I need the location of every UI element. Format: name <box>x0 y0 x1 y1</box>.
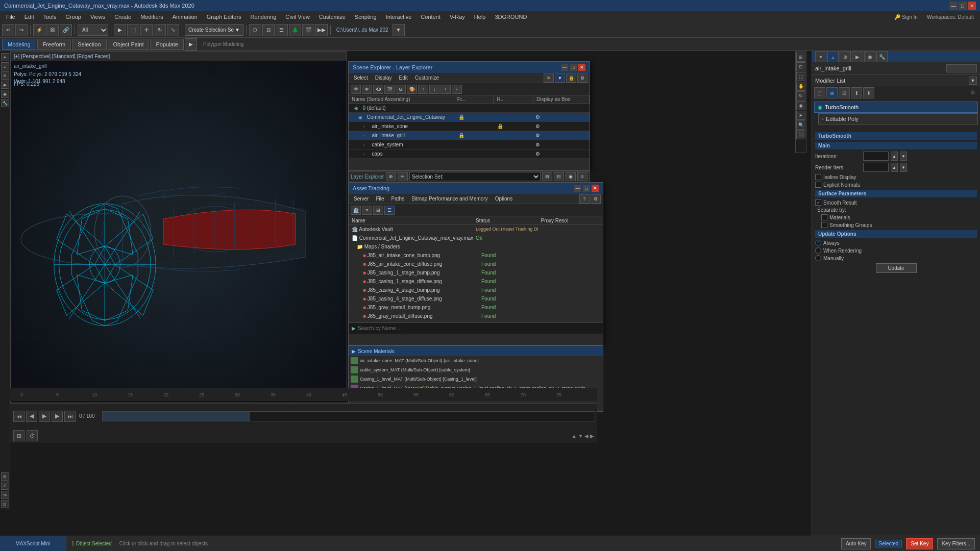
create-icon[interactable]: ✦ <box>815 51 826 62</box>
asset-row-tex-3[interactable]: ■ J85_casing_1_stage_bump.png Found <box>349 268 603 277</box>
tree-row-caps[interactable]: ◦ caps ⚙ <box>349 149 590 159</box>
nav-zoom-region[interactable]: ⬚ <box>796 72 805 81</box>
signin-button[interactable]: 🔑 Sign In <box>890 14 922 20</box>
se-menu-display[interactable]: Display <box>372 74 395 82</box>
asset-row-vault[interactable]: 🏦 Autodesk Vault Logged Out (Asset Track… <box>349 225 603 234</box>
se-menu-customize[interactable]: Customize <box>412 74 442 82</box>
se-sort-asc[interactable]: ↑ <box>418 85 428 94</box>
at-detail-btn[interactable]: ☰ <box>384 206 395 215</box>
menu-create[interactable]: Create <box>110 13 135 21</box>
tree-row-casing-level[interactable]: ◦ Casing_1_level ⚙ <box>349 159 590 159</box>
asset-row-tex-2[interactable]: ■ J85_air_intake_cone_diffuse.png Found <box>349 260 603 268</box>
at-vault-btn[interactable]: 🏦 <box>351 206 361 215</box>
tree-row-jet-engine[interactable]: ◉ Commercial_Jet_Engine_Cutaway 🔒 ⚙ <box>349 113 590 122</box>
menu-animation[interactable]: Animation <box>168 13 202 21</box>
tab-freeform[interactable]: Freeform <box>37 39 71 50</box>
se-hide-btn[interactable]: 👁‍🗨 <box>373 85 383 94</box>
menu-civil-view[interactable]: Civil View <box>281 13 313 21</box>
select-region-button[interactable]: ⬚ <box>127 24 139 36</box>
smooth-result-checkbox[interactable] <box>815 199 821 206</box>
minimize-button[interactable]: — <box>949 2 958 10</box>
render-setup-button[interactable]: 🎬 <box>302 24 314 36</box>
se-sort-desc[interactable]: ↓ <box>429 85 439 94</box>
nav-zoom[interactable]: 🔍 <box>796 120 805 130</box>
hierarchy-tab[interactable]: ⊕ <box>1 71 9 80</box>
iterations-up[interactable]: ▲ <box>891 152 898 161</box>
play-button[interactable]: ▶ <box>39 411 50 422</box>
render-iters-up[interactable]: ▲ <box>891 163 898 172</box>
menu-scripting[interactable]: Scripting <box>351 13 381 21</box>
tree-row-cable[interactable]: ◦ cable_system ⚙ <box>349 140 590 149</box>
select-link-button[interactable]: ⚡ <box>33 24 45 36</box>
prev-frame-button[interactable]: ◀ <box>26 411 37 422</box>
mirror-button[interactable]: ⬡ <box>249 24 261 36</box>
asset-row-tex-4[interactable]: ■ J85_casing_1_stage_diffuse.png Found <box>349 277 603 286</box>
scene-explorer-minimize[interactable]: — <box>561 64 568 71</box>
smoothing-groups-checkbox[interactable] <box>821 222 827 228</box>
at-minimize[interactable]: — <box>574 185 581 192</box>
ss-edit-btn[interactable]: ✏ <box>398 172 408 181</box>
undo-button[interactable]: ↩ <box>2 24 14 36</box>
utility-icon[interactable]: 🔧 <box>876 51 888 62</box>
ss-new-btn[interactable]: ⊕ <box>386 172 396 181</box>
se-freeze-btn[interactable]: ❄ <box>362 85 372 94</box>
asset-row-maxfile[interactable]: 📄 Commercial_Jet_Engine_Cutaway_max_vray… <box>349 234 603 242</box>
move-button[interactable]: ✛ <box>140 24 153 36</box>
nav-walk[interactable]: ➤ <box>796 111 805 120</box>
at-menu-options[interactable]: Options <box>492 195 516 203</box>
at-menu-server[interactable]: Server <box>351 195 372 203</box>
se-options[interactable]: ⚙ <box>577 73 587 83</box>
maximize-button[interactable]: □ <box>959 2 967 10</box>
time-config[interactable]: ⏱ <box>27 430 38 441</box>
se-expand[interactable]: + <box>440 85 451 94</box>
asset-row-tex-5[interactable]: ■ J85_casing_4_stage_bump.png Found <box>349 286 603 294</box>
hierarchy-icon[interactable]: ⊕ <box>840 51 851 62</box>
keyfilters-button[interactable]: Key Filters... <box>937 538 975 549</box>
se-menu-edit[interactable]: Edit <box>396 74 411 82</box>
menu-tools[interactable]: Tools <box>39 13 61 21</box>
asset-row-tex-6[interactable]: ■ J85_casing_4_stage_diffuse.png Found <box>349 294 603 303</box>
snap-toggle[interactable]: ⊞ <box>1 472 9 481</box>
nav-orbit[interactable]: ↻ <box>796 91 805 101</box>
extras-button[interactable]: ▶ <box>185 38 197 51</box>
create-tab[interactable]: ✦ <box>1 53 9 61</box>
menu-group[interactable]: Group <box>61 13 85 21</box>
render-iters-input[interactable]: 2 <box>863 163 889 172</box>
mod-icon-1[interactable]: ⬚ <box>814 87 825 98</box>
modifier-list-dropdown[interactable]: ▼ <box>969 77 977 85</box>
iterations-down[interactable]: ▼ <box>900 152 907 161</box>
menu-vray[interactable]: V-Ray <box>446 13 469 21</box>
at-menu-paths[interactable]: Paths <box>388 195 408 203</box>
nav-zoom-selected[interactable]: ⊡ <box>796 62 805 71</box>
at-close[interactable]: ✕ <box>592 185 599 192</box>
next-frame-button[interactable]: ▶ <box>52 411 63 422</box>
goto-start-button[interactable]: ⏮ <box>13 411 24 422</box>
at-maximize[interactable]: □ <box>583 185 590 192</box>
materials-checkbox[interactable] <box>821 214 827 220</box>
motion-tab[interactable]: ▶ <box>1 81 9 89</box>
mod-icon-5[interactable]: ⬇ <box>863 87 874 98</box>
asset-row-tex-7[interactable]: ■ J85_gray_metall_bump.png Found <box>349 303 603 312</box>
viewport-canvas[interactable] <box>11 61 347 403</box>
angle-snap[interactable]: ∠ <box>1 482 9 490</box>
selection-set-dropdown[interactable]: Selection Set: <box>409 172 541 181</box>
menu-help[interactable]: Help <box>470 13 490 21</box>
scale-button[interactable]: ⤡ <box>167 24 179 36</box>
explicit-normals-checkbox[interactable] <box>815 182 821 188</box>
autokey-button[interactable]: Auto Key <box>841 538 871 549</box>
when-rendering-radio[interactable] <box>815 247 821 254</box>
menu-views[interactable]: Views <box>86 13 109 21</box>
utilities-tab[interactable]: 🔧 <box>1 99 9 107</box>
ss-icon-3[interactable]: ◉ <box>566 172 576 181</box>
tab-object-paint[interactable]: Object Paint <box>108 39 150 50</box>
iterations-input[interactable]: 0 <box>863 152 889 161</box>
motion-icon[interactable]: ▶ <box>852 51 863 62</box>
tab-populate[interactable]: Populate <box>150 39 183 50</box>
ss-icon-4[interactable]: ≡ <box>577 172 587 181</box>
at-settings-btn[interactable]: ⚙ <box>591 194 601 204</box>
at-help-btn[interactable]: ? <box>579 194 590 204</box>
modify-tab[interactable]: ⟁ <box>1 62 9 70</box>
tree-row-layer-default[interactable]: ◉ 0 (default) <box>349 104 590 113</box>
render-iters-down[interactable]: ▼ <box>900 163 907 172</box>
se-filter-btn[interactable]: ▼ <box>555 73 565 83</box>
